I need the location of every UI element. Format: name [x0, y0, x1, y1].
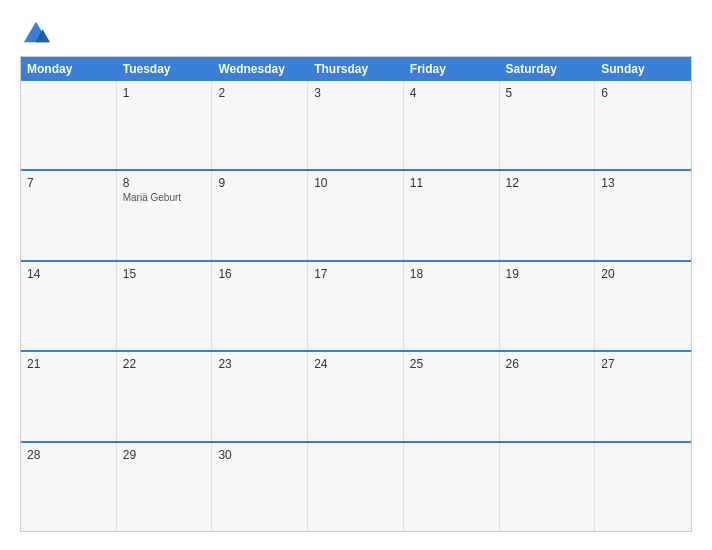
calendar-cell — [308, 443, 404, 531]
calendar-cell: 30 — [212, 443, 308, 531]
calendar-cell: 21 — [21, 352, 117, 440]
calendar-body: 12345678Mariä Geburt91011121314151617181… — [21, 81, 691, 531]
day-number: 8 — [123, 176, 206, 190]
calendar-cell: 22 — [117, 352, 213, 440]
day-number: 21 — [27, 357, 110, 371]
day-number: 18 — [410, 267, 493, 281]
calendar-cell: 26 — [500, 352, 596, 440]
day-number: 27 — [601, 357, 685, 371]
day-number: 17 — [314, 267, 397, 281]
calendar-cell: 9 — [212, 171, 308, 259]
day-number: 12 — [506, 176, 589, 190]
day-number: 13 — [601, 176, 685, 190]
calendar-cell: 29 — [117, 443, 213, 531]
day-number: 6 — [601, 86, 685, 100]
weekday-header: Saturday — [500, 57, 596, 81]
calendar-header: MondayTuesdayWednesdayThursdayFridaySatu… — [21, 57, 691, 81]
calendar-week: 78Mariä Geburt910111213 — [21, 169, 691, 259]
logo-mountain-icon — [22, 18, 50, 46]
weekday-header: Tuesday — [117, 57, 213, 81]
calendar-cell: 18 — [404, 262, 500, 350]
day-number: 23 — [218, 357, 301, 371]
calendar-page: MondayTuesdayWednesdayThursdayFridaySatu… — [0, 0, 712, 550]
calendar-week: 282930 — [21, 441, 691, 531]
calendar-cell: 4 — [404, 81, 500, 169]
calendar-cell — [595, 443, 691, 531]
calendar-cell: 17 — [308, 262, 404, 350]
calendar-cell: 19 — [500, 262, 596, 350]
day-number: 29 — [123, 448, 206, 462]
calendar-cell: 8Mariä Geburt — [117, 171, 213, 259]
calendar-cell: 27 — [595, 352, 691, 440]
calendar-cell: 28 — [21, 443, 117, 531]
calendar-week: 14151617181920 — [21, 260, 691, 350]
day-number: 3 — [314, 86, 397, 100]
weekday-header: Sunday — [595, 57, 691, 81]
day-number: 4 — [410, 86, 493, 100]
day-number: 14 — [27, 267, 110, 281]
calendar-cell: 14 — [21, 262, 117, 350]
calendar-cell: 10 — [308, 171, 404, 259]
calendar-cell: 16 — [212, 262, 308, 350]
calendar-cell: 25 — [404, 352, 500, 440]
calendar-week: 21222324252627 — [21, 350, 691, 440]
day-number: 24 — [314, 357, 397, 371]
calendar-cell: 20 — [595, 262, 691, 350]
day-number: 1 — [123, 86, 206, 100]
calendar-cell: 11 — [404, 171, 500, 259]
calendar-cell: 2 — [212, 81, 308, 169]
calendar-grid: MondayTuesdayWednesdayThursdayFridaySatu… — [20, 56, 692, 532]
calendar-cell: 7 — [21, 171, 117, 259]
day-number: 22 — [123, 357, 206, 371]
weekday-header: Thursday — [308, 57, 404, 81]
header — [20, 18, 692, 46]
day-number: 20 — [601, 267, 685, 281]
day-number: 5 — [506, 86, 589, 100]
calendar-cell: 15 — [117, 262, 213, 350]
day-number: 9 — [218, 176, 301, 190]
calendar-cell: 23 — [212, 352, 308, 440]
logo — [20, 18, 50, 46]
weekday-header: Wednesday — [212, 57, 308, 81]
weekday-header: Friday — [404, 57, 500, 81]
day-number: 7 — [27, 176, 110, 190]
calendar-cell: 12 — [500, 171, 596, 259]
calendar-cell: 13 — [595, 171, 691, 259]
calendar-cell — [404, 443, 500, 531]
calendar-week: 123456 — [21, 81, 691, 169]
day-number: 19 — [506, 267, 589, 281]
day-number: 26 — [506, 357, 589, 371]
day-number: 28 — [27, 448, 110, 462]
calendar-cell: 24 — [308, 352, 404, 440]
day-number: 2 — [218, 86, 301, 100]
calendar-cell: 5 — [500, 81, 596, 169]
day-number: 25 — [410, 357, 493, 371]
day-number: 30 — [218, 448, 301, 462]
calendar-cell: 6 — [595, 81, 691, 169]
day-number: 15 — [123, 267, 206, 281]
calendar-cell: 1 — [117, 81, 213, 169]
calendar-cell — [500, 443, 596, 531]
day-number: 11 — [410, 176, 493, 190]
weekday-header: Monday — [21, 57, 117, 81]
calendar-cell: 3 — [308, 81, 404, 169]
event-label: Mariä Geburt — [123, 192, 206, 203]
day-number: 10 — [314, 176, 397, 190]
calendar-cell — [21, 81, 117, 169]
day-number: 16 — [218, 267, 301, 281]
